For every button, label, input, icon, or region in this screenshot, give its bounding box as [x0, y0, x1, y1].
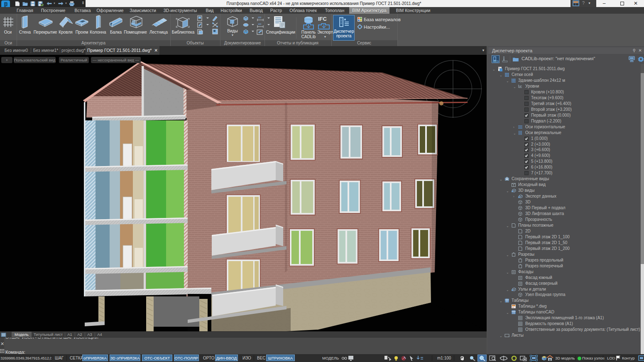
svg-text:dwg: dwg [498, 67, 501, 69]
svg-text:IFC: IFC [318, 16, 327, 22]
svg-text:100: 100 [258, 16, 262, 19]
svg-text:x: x [512, 306, 514, 308]
svg-text:100: 100 [258, 23, 262, 25]
svg-text:500: 500 [494, 61, 496, 62]
